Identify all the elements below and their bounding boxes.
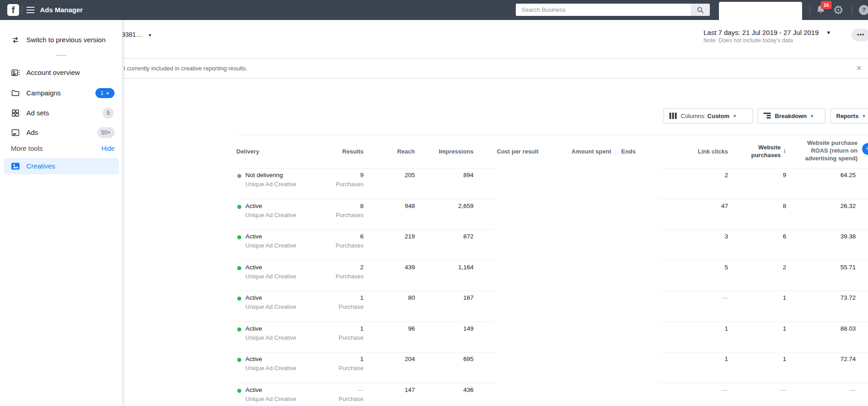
delivery-status: Active bbox=[245, 202, 262, 211]
table-row[interactable]: Not deliveringUnique Ad Creative9Purchas… bbox=[0, 168, 868, 199]
notification-count-badge: 16 bbox=[821, 1, 832, 9]
table-row[interactable]: ActiveUnique Ad Creative1Purchase80167—1… bbox=[0, 291, 868, 322]
table-row[interactable]: ActiveUnique Ad Creative1Purchase9614911… bbox=[0, 322, 868, 352]
roas-value: 39.38 bbox=[792, 232, 856, 241]
row-separator bbox=[660, 199, 868, 199]
creative-type: Unique Ad Creative bbox=[245, 302, 296, 312]
impressions-value: 436 bbox=[419, 386, 474, 395]
row-separator bbox=[660, 352, 868, 352]
creatives-image-icon bbox=[11, 162, 20, 171]
delivery-status: Active bbox=[245, 293, 262, 302]
ad-sets-grid-icon bbox=[11, 109, 20, 118]
impressions-value: 167 bbox=[419, 293, 474, 302]
notice-banner-text: t currently included in creative reporti… bbox=[124, 59, 247, 78]
search-icon bbox=[697, 6, 704, 14]
link-clicks-value: — bbox=[673, 293, 728, 302]
results-unit: Purchase bbox=[291, 395, 364, 404]
roas-value: 64.25 bbox=[792, 171, 856, 180]
row-separator bbox=[660, 322, 868, 322]
sidebar-item-creatives[interactable]: Creatives bbox=[4, 158, 119, 174]
delivery-status-dot bbox=[237, 358, 241, 362]
delivery-status-dot bbox=[237, 297, 241, 301]
switch-version-icon bbox=[11, 35, 20, 45]
business-search bbox=[516, 4, 710, 16]
row-separator bbox=[660, 260, 868, 261]
results-value: 9 bbox=[291, 171, 364, 180]
delivery-status: Active bbox=[245, 263, 262, 272]
creative-type: Unique Ad Creative bbox=[245, 180, 296, 189]
account-overview-icon bbox=[11, 68, 20, 77]
results-unit: Purchases bbox=[291, 272, 364, 281]
delivery-status-dot bbox=[237, 266, 241, 270]
table-row[interactable]: ActiveUnique Ad Creative—Purchase147436—… bbox=[0, 383, 868, 406]
hide-link[interactable]: Hide bbox=[91, 145, 115, 152]
hamburger-menu-icon[interactable] bbox=[26, 7, 35, 13]
results-value: 1 bbox=[291, 293, 364, 302]
app-title: Ads Manager bbox=[40, 0, 83, 20]
website-purchases-value: 1 bbox=[732, 324, 786, 333]
campaigns-filter-count: 1 bbox=[100, 90, 104, 96]
reach-value: 204 bbox=[369, 355, 415, 364]
creative-type: Unique Ad Creative bbox=[245, 272, 296, 281]
row-separator bbox=[238, 291, 495, 291]
sidebar-item-account-overview[interactable]: Account overview bbox=[0, 63, 123, 83]
campaigns-filter-badge[interactable]: 1 ✕ bbox=[95, 88, 115, 98]
row-separator bbox=[238, 168, 495, 168]
reach-value: 147 bbox=[369, 386, 415, 395]
impressions-value: 894 bbox=[419, 171, 474, 180]
divider bbox=[852, 5, 852, 15]
menu-divider bbox=[56, 55, 66, 56]
clear-filter-icon[interactable]: ✕ bbox=[106, 91, 110, 96]
row-separator bbox=[238, 322, 495, 322]
sidebar-item-ad-sets[interactable]: Ad sets 5 bbox=[0, 103, 123, 123]
switch-previous-version-label: Switch to previous version bbox=[26, 35, 105, 45]
roas-value: 26.32 bbox=[792, 202, 856, 211]
table-row[interactable]: ActiveUnique Ad Creative8Purchases9482,6… bbox=[0, 199, 868, 230]
reach-value: 439 bbox=[369, 263, 415, 272]
search-input[interactable] bbox=[516, 4, 691, 16]
roas-value: 55.71 bbox=[792, 263, 856, 272]
impressions-value: 1,164 bbox=[419, 263, 474, 272]
ad-sets-count-badge: 5 bbox=[103, 108, 114, 119]
delivery-status: Active bbox=[245, 386, 262, 395]
table-row[interactable]: ActiveUnique Ad Creative6Purchases219872… bbox=[0, 229, 868, 260]
creative-type: Unique Ad Creative bbox=[245, 211, 296, 220]
website-purchases-value: 9 bbox=[732, 171, 786, 180]
table-row[interactable]: ActiveUnique Ad Creative1Purchase2046951… bbox=[0, 352, 868, 383]
row-separator bbox=[238, 383, 495, 383]
divider bbox=[22, 5, 22, 15]
sidebar-item-campaigns[interactable]: Campaigns 1 ✕ bbox=[0, 83, 123, 103]
website-purchases-value: — bbox=[732, 386, 786, 395]
ads-count-badge: 50+ bbox=[97, 127, 115, 138]
search-button[interactable] bbox=[691, 4, 710, 16]
results-value: 1 bbox=[291, 355, 364, 364]
campaigns-folder-icon bbox=[11, 89, 20, 98]
website-purchases-value: 1 bbox=[732, 293, 786, 302]
creative-type: Unique Ad Creative bbox=[245, 364, 296, 373]
close-icon[interactable]: ✕ bbox=[856, 64, 862, 72]
help-icon[interactable]: ? bbox=[859, 5, 868, 15]
gear-icon[interactable]: ⚙ bbox=[833, 3, 843, 17]
sidebar-item-label: Account overview bbox=[26, 68, 80, 78]
switch-previous-version-item[interactable]: Switch to previous version bbox=[0, 30, 123, 50]
creative-type: Unique Ad Creative bbox=[245, 241, 296, 250]
sidebar-item-label: Ad sets bbox=[26, 108, 49, 118]
sidebar-item-label: Creatives bbox=[26, 158, 55, 174]
ads-manager-screen: 9381…▾ Last 7 days: 21 Jul 2019 - 27 Jul… bbox=[0, 0, 868, 406]
delivery-status-dot bbox=[237, 389, 241, 393]
results-unit: Purchases bbox=[291, 211, 364, 220]
facebook-logo[interactable]: f bbox=[7, 4, 19, 16]
sidebar-item-ads[interactable]: Ads 50+ bbox=[0, 123, 123, 143]
link-clicks-value: — bbox=[673, 386, 728, 395]
link-clicks-value: 3 bbox=[673, 232, 728, 241]
creative-type: Unique Ad Creative bbox=[245, 395, 296, 404]
reach-value: 96 bbox=[369, 324, 415, 333]
sidebar-item-label: Campaigns bbox=[26, 88, 61, 98]
delivery-status: Active bbox=[245, 355, 262, 364]
creative-type: Unique Ad Creative bbox=[245, 333, 296, 342]
results-value: — bbox=[291, 386, 364, 395]
reach-value: 80 bbox=[369, 293, 415, 302]
table-row[interactable]: ActiveUnique Ad Creative2Purchases4391,1… bbox=[0, 260, 868, 291]
business-tab[interactable] bbox=[719, 2, 802, 20]
row-separator bbox=[238, 260, 495, 261]
